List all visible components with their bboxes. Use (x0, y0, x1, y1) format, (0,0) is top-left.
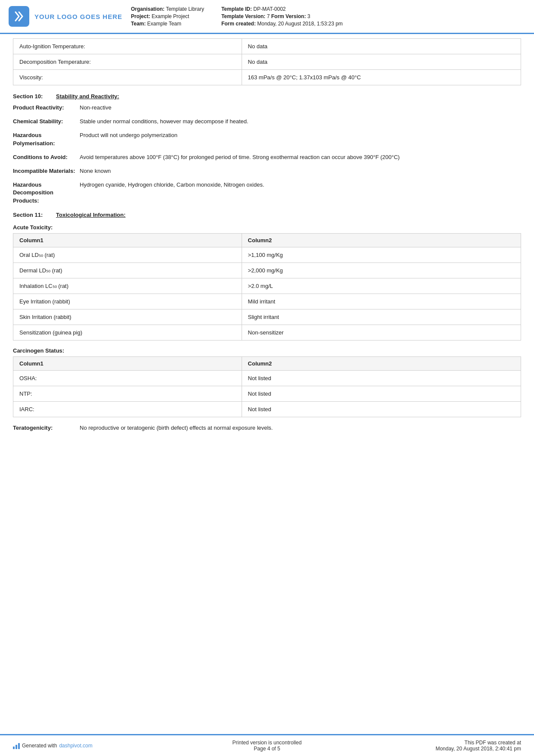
acute-col1-header: Column1 (13, 233, 242, 247)
section10-header: Section 10: Stability and Reactivity: (13, 93, 521, 100)
acute-row: Sensitization (guinea pig)Non-sensitizer (13, 325, 521, 340)
property-label: Auto-Ignition Temperature: (13, 39, 242, 54)
field-value: None known (80, 167, 521, 175)
acute-col2: >2.0 mg/L (242, 278, 521, 294)
logo-area: YOUR LOGO GOES HERE (9, 6, 122, 27)
acute-col1: Eye Irritation (rabbit) (13, 294, 242, 309)
logo-icon (9, 6, 29, 27)
field-label: Hazardous Polymerisation: (13, 131, 80, 147)
org-field: Organisation: Template Library (131, 6, 204, 12)
teratogenicity-value: No reproductive or teratogenic (birth de… (80, 424, 521, 432)
field-value: Stable under normal conditions, however … (80, 118, 521, 125)
acute-col2: >2,000 mg/Kg (242, 262, 521, 278)
acute-col1: Sensitization (guinea pig) (13, 325, 242, 340)
teratogenicity-label: Teratogenicity: (13, 424, 80, 432)
property-row: Viscosity:163 mPa/s @ 20°C; 1.37x103 mPa… (13, 70, 521, 85)
bar2 (16, 745, 17, 749)
acute-row: Skin Irritation (rabbit)Slight irritant (13, 309, 521, 325)
footer-generated: Generated with dashpivot.com (13, 742, 182, 749)
section11-header: Section 11: Toxicological Information: (13, 212, 521, 218)
project-field: Project: Example Project (131, 13, 204, 19)
footer: Generated with dashpivot.com Printed ver… (0, 734, 534, 756)
field-value: Hydrogen cyanide, Hydrogen chloride, Car… (80, 181, 521, 189)
field-label: Product Reactivity: (13, 104, 80, 112)
carc-col1: OSHA: (13, 370, 242, 386)
print-line1: Printed version is uncontrolled (182, 740, 351, 746)
acute-col1: Oral LD₅₀ (rat) (13, 247, 242, 262)
properties-table: Auto-Ignition Temperature:No dataDecompo… (13, 38, 521, 85)
section10-field-row: Hazardous Decomposition Products:Hydroge… (13, 181, 521, 205)
carc-col1: IARC: (13, 401, 242, 417)
acute-row: Dermal LD₅₀ (rat)>2,000 mg/Kg (13, 262, 521, 278)
section10-field-row: Incompatible Materials:None known (13, 167, 521, 175)
print-line2: Page 4 of 5 (182, 746, 351, 752)
section10-field-row: Chemical Stability:Stable under normal c… (13, 118, 521, 125)
acute-row: Inhalation LC₅₀ (rat)>2.0 mg/L (13, 278, 521, 294)
field-label: Conditions to Avoid: (13, 153, 80, 161)
logo-text: YOUR LOGO GOES HERE (34, 13, 122, 20)
template-id-field: Template ID: DP-MAT-0002 (221, 6, 343, 12)
carc-col1: NTP: (13, 386, 242, 401)
created-line1: This PDF was created at (352, 740, 521, 746)
acute-col2: Slight irritant (242, 309, 521, 325)
carc-col2-header: Column2 (242, 356, 521, 370)
acute-col1: Skin Irritation (rabbit) (13, 309, 242, 325)
section10-field-row: Hazardous Polymerisation:Product will no… (13, 131, 521, 147)
section11-number: Section 11: (13, 212, 56, 218)
form-created-field: Form created: Monday, 20 August 2018, 1:… (221, 21, 343, 27)
carc-col1-header: Column1 (13, 356, 242, 370)
section10-title: Stability and Reactivity: (56, 93, 119, 100)
acute-col1: Inhalation LC₅₀ (rat) (13, 278, 242, 294)
property-label: Decomposition Temperature: (13, 54, 242, 70)
acute-col2: >1,100 mg/Kg (242, 247, 521, 262)
acute-row: Eye Irritation (rabbit)Mild irritant (13, 294, 521, 309)
section10-field-row: Product Reactivity:Non-reactive (13, 104, 521, 112)
field-label: Chemical Stability: (13, 118, 80, 125)
section11-title: Toxicological Information: (56, 212, 126, 218)
generated-text: Generated with (22, 743, 57, 749)
field-label: Incompatible Materials: (13, 167, 80, 175)
section10-fields: Product Reactivity:Non-reactiveChemical … (13, 104, 521, 205)
header-meta-right: Template ID: DP-MAT-0002 Template Versio… (221, 6, 343, 27)
page: YOUR LOGO GOES HERE Organisation: Templa… (0, 0, 534, 756)
carc-col2: Not listed (242, 401, 521, 417)
content: Auto-Ignition Temperature:No dataDecompo… (0, 34, 534, 734)
bar3 (18, 743, 20, 749)
field-value: Product will not undergo polymerization (80, 131, 521, 139)
created-line2: Monday, 20 August 2018, 2:40:41 pm (352, 746, 521, 752)
property-row: Auto-Ignition Temperature:No data (13, 39, 521, 54)
section10-number: Section 10: (13, 93, 56, 100)
acute-col2: Non-sensitizer (242, 325, 521, 340)
dashpivot-link[interactable]: dashpivot.com (59, 743, 92, 749)
carc-row: NTP:Not listed (13, 386, 521, 401)
field-value: Avoid temperatures above 100°F (38°C) fo… (80, 153, 521, 161)
property-value: No data (242, 39, 521, 54)
team-field: Team: Example Team (131, 21, 204, 27)
acute-toxicity-header: Acute Toxicity: (13, 224, 521, 231)
footer-created: This PDF was created at Monday, 20 Augus… (352, 740, 521, 752)
version-field: Template Version: 7 Form Version: 3 (221, 13, 343, 19)
teratogenicity-row: Teratogenicity: No reproductive or terat… (13, 424, 521, 432)
acute-toxicity-table: Column1 Column2 Oral LD₅₀ (rat)>1,100 mg… (13, 233, 521, 341)
acute-col2: Mild irritant (242, 294, 521, 309)
header-meta-left: Organisation: Template Library Project: … (131, 6, 204, 27)
carcinogen-table: Column1 Column2 OSHA:Not listedNTP:Not l… (13, 356, 521, 417)
carc-col2: Not listed (242, 370, 521, 386)
header-meta: Organisation: Template Library Project: … (131, 6, 521, 27)
bar1 (13, 747, 15, 749)
property-value: 163 mPa/s @ 20°C; 1.37x103 mPa/s @ 40°C (242, 70, 521, 85)
carc-row: IARC:Not listed (13, 401, 521, 417)
acute-row: Oral LD₅₀ (rat)>1,100 mg/Kg (13, 247, 521, 262)
acute-col1: Dermal LD₅₀ (rat) (13, 262, 242, 278)
property-value: No data (242, 54, 521, 70)
property-row: Decomposition Temperature:No data (13, 54, 521, 70)
footer-logo-bars (13, 742, 20, 749)
footer-print: Printed version is uncontrolled Page 4 o… (182, 740, 351, 752)
section10-field-row: Conditions to Avoid:Avoid temperatures a… (13, 153, 521, 161)
field-label: Hazardous Decomposition Products: (13, 181, 80, 205)
carc-row: OSHA:Not listed (13, 370, 521, 386)
carcinogen-header: Carcinogen Status: (13, 347, 521, 354)
carc-col2: Not listed (242, 386, 521, 401)
field-value: Non-reactive (80, 104, 521, 112)
acute-col2-header: Column2 (242, 233, 521, 247)
